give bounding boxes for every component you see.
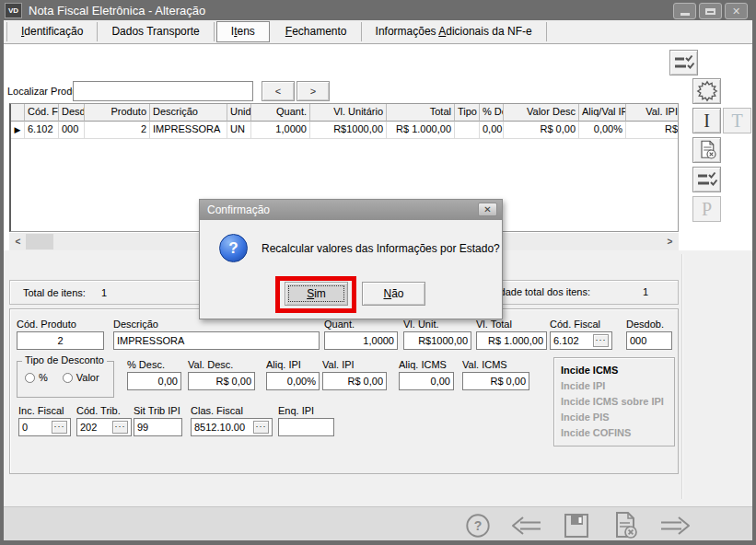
radio-valor[interactable]: Valor [63, 372, 99, 383]
total-quantity-value: 1 [636, 286, 655, 297]
grid-cell[interactable]: ▶ [11, 122, 25, 139]
groupbox-legend: Tipo de Desconto [22, 354, 107, 365]
grid-column-header[interactable]: Quant. [251, 104, 310, 122]
close-icon: ✕ [732, 6, 740, 17]
val-icms-input[interactable]: R$ 0,00 [462, 372, 529, 390]
grid-column-header[interactable]: Cód. F [25, 104, 59, 122]
grid-cell[interactable]: 6.102 [25, 122, 59, 139]
cod-trib-input[interactable]: 202··· [76, 418, 132, 436]
grid-cell[interactable] [455, 122, 480, 139]
grid-cell[interactable]: R$1000,00 [310, 122, 387, 139]
grid-column-header[interactable]: Descrição [150, 104, 227, 122]
panel-divider [681, 254, 682, 499]
back-button[interactable] [509, 510, 544, 540]
grid-column-header[interactable]: Total [387, 104, 455, 122]
forward-button[interactable] [657, 510, 692, 540]
search-next-button[interactable]: > [297, 81, 330, 101]
incide-item: Incide ICMS sobre IPI [561, 394, 674, 410]
close-button[interactable]: ✕ [725, 3, 748, 19]
grid-cell[interactable]: IMPRESSORA [150, 122, 227, 139]
search-input[interactable] [73, 81, 253, 101]
ellipsis-button[interactable]: ··· [593, 334, 609, 347]
val-desc-input[interactable]: R$ 0,00 [188, 372, 255, 390]
grid-column-header[interactable]: Produto [85, 104, 150, 122]
grid-column-header[interactable]: Valor Desc [504, 104, 579, 122]
aliq-icms-input[interactable]: 0,00 [399, 372, 454, 390]
delete-item-button[interactable] [692, 137, 721, 163]
val-ipi-input[interactable]: R$ 0,00 [322, 372, 387, 390]
yes-button[interactable]: Sim [285, 282, 348, 306]
scroll-right-button[interactable]: > [662, 233, 678, 250]
letter-i-icon: I [704, 110, 710, 132]
grid-cell[interactable]: 0,00% [579, 122, 626, 139]
dialog-close-button[interactable]: ✕ [478, 203, 497, 216]
grid-cell[interactable]: 2 [85, 122, 150, 139]
burst-icon [695, 79, 719, 103]
help-button[interactable]: ? [460, 510, 495, 540]
vl-total-input[interactable]: R$ 1.000,00 [476, 331, 547, 350]
vl-unit-input[interactable]: R$1000,00 [403, 331, 471, 350]
confirm-items-button[interactable] [692, 167, 721, 192]
window-title: Nota Fiscal Eletrônica - Alteração [29, 4, 205, 17]
cod-produto-input[interactable]: 2 [17, 331, 104, 350]
enq-ipi-input[interactable] [278, 418, 334, 436]
field-label: Cód. Fiscal [550, 319, 612, 330]
search-prev-button[interactable]: < [262, 81, 295, 101]
pct-desc-input[interactable]: 0,00 [127, 372, 181, 390]
quant-input[interactable]: 1,0000 [324, 331, 398, 350]
radio-icon [63, 373, 73, 383]
grid-cell[interactable]: R$ [626, 122, 679, 139]
grid-column-header[interactable]: Vl. Unitário [310, 104, 387, 122]
minimize-icon [680, 13, 690, 16]
grid-cell[interactable]: R$ 1.000,00 [387, 122, 455, 139]
grid-cell[interactable]: UN [227, 122, 251, 139]
delete-document-button[interactable] [608, 510, 643, 540]
grid-column-header[interactable] [11, 104, 25, 122]
tab-identificacao[interactable]: Identificação [6, 22, 98, 41]
grid-cell[interactable]: 0,00 [480, 122, 504, 139]
aliq-ipi-input[interactable]: 0,00% [266, 372, 320, 390]
field-val-icms: Val. ICMS R$ 0,00 [462, 359, 529, 390]
save-floppy-icon [562, 511, 591, 540]
tab-fechamento[interactable]: Fechamento [272, 22, 362, 41]
tab-informacoes-adicionais[interactable]: Informações Adicionais da NF-e [362, 22, 547, 41]
letter-i-button[interactable]: I [692, 108, 721, 133]
desdob-input[interactable]: 000 [626, 331, 672, 350]
grid-cell[interactable]: 1,0000 [251, 122, 310, 139]
grid-column-header[interactable]: Unid [227, 104, 251, 122]
ellipsis-button[interactable]: ··· [52, 421, 67, 434]
radio-percent[interactable]: % [25, 372, 48, 383]
svg-text:?: ? [474, 517, 483, 532]
scroll-right-icon: > [668, 237, 673, 247]
field-label: Inc. Fiscal [18, 405, 71, 416]
save-button[interactable] [559, 510, 594, 540]
minimize-button[interactable] [673, 3, 696, 19]
grid-column-header[interactable]: Val. IPI [626, 104, 679, 122]
chevron-right-icon: > [310, 86, 316, 97]
burst-button[interactable] [692, 78, 721, 104]
descricao-input[interactable]: IMPRESSORA [113, 331, 320, 350]
tab-itens[interactable]: Itens [216, 21, 270, 42]
scroll-left-button[interactable]: < [10, 233, 26, 250]
grid-column-header[interactable]: % De [480, 104, 504, 122]
sit-trib-ipi-input[interactable]: 99 [134, 418, 182, 436]
field-clas-fiscal: Clas. Fiscal 8512.10.00··· [191, 405, 273, 436]
grid-column-header[interactable]: Aliq/Val IP [579, 104, 626, 122]
forward-arrow-icon [658, 514, 692, 538]
checklist-button[interactable] [669, 50, 698, 75]
scrollbar-thumb[interactable] [26, 234, 53, 249]
ellipsis-button[interactable]: ··· [112, 421, 128, 434]
tab-dados-transporte[interactable]: Dados Transporte [98, 22, 214, 41]
grid-cell[interactable]: R$ 0,00 [504, 122, 579, 139]
grid-cell[interactable]: 000 [59, 122, 85, 139]
ellipsis-button[interactable]: ··· [253, 421, 269, 434]
no-button[interactable]: Não [362, 282, 425, 306]
inc-fiscal-input[interactable]: 0··· [18, 418, 71, 436]
maximize-button[interactable] [699, 3, 722, 19]
question-icon: ? [219, 234, 248, 262]
clas-fiscal-input[interactable]: 8512.10.00··· [191, 418, 273, 436]
cod-fiscal-input[interactable]: 6.102··· [550, 331, 612, 350]
chevron-left-icon: < [275, 86, 281, 97]
grid-column-header[interactable]: Tipo [455, 104, 480, 122]
grid-column-header[interactable]: Desd [59, 104, 85, 122]
